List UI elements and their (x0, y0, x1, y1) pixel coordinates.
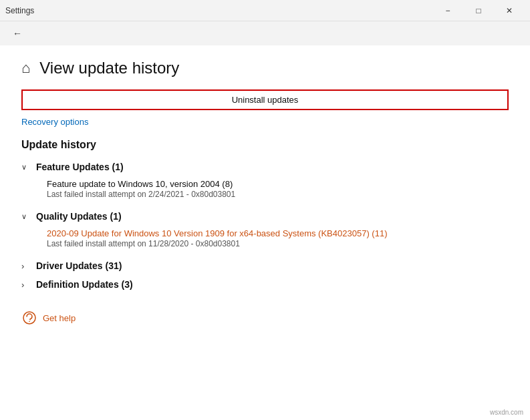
category-quality-updates-label: Quality Updates (1) (36, 211, 122, 222)
title-bar: Settings − □ ✕ (0, 0, 530, 21)
update-history-section: Update history ∨ Feature Updates (1) Fea… (21, 139, 509, 294)
watermark: wsxdn.com (490, 409, 523, 416)
category-definition-updates-label: Definition Updates (3) (36, 279, 133, 290)
chevron-driver-updates: › (21, 261, 32, 271)
recovery-options-link[interactable]: Recovery options (21, 117, 509, 127)
app-title: Settings (5, 6, 34, 15)
category-feature-updates-label: Feature Updates (1) (36, 162, 124, 172)
category-definition-updates[interactable]: › Definition Updates (3) (21, 275, 509, 294)
chevron-quality-updates: ∨ (21, 212, 32, 221)
main-content: ⌂ View update history Uninstall updates … (0, 45, 530, 420)
category-driver-updates-label: Driver Updates (31) (36, 260, 122, 271)
minimize-button[interactable]: − (432, 0, 463, 21)
chevron-definition-updates: › (21, 280, 32, 290)
quality-update-item-0-status: Last failed install attempt on 11/28/202… (47, 239, 509, 248)
title-bar-left: Settings (5, 6, 34, 15)
category-quality-updates[interactable]: ∨ Quality Updates (1) (21, 207, 509, 226)
nav-bar: ← (0, 21, 530, 45)
svg-point-1 (29, 321, 30, 323)
feature-update-item-0-title: Feature update to Windows 10, version 20… (47, 179, 509, 189)
feature-update-item-0: Feature update to Windows 10, version 20… (21, 176, 509, 202)
quality-update-item-0: 2020-09 Update for Windows 10 Version 19… (21, 226, 509, 251)
page-header: ⌂ View update history (21, 59, 509, 77)
get-help-row[interactable]: Get help (21, 310, 509, 326)
category-driver-updates[interactable]: › Driver Updates (31) (21, 256, 509, 275)
close-button[interactable]: ✕ (494, 0, 525, 21)
chevron-feature-updates: ∨ (21, 163, 32, 172)
update-history-title: Update history (21, 139, 509, 151)
get-help-label[interactable]: Get help (43, 313, 76, 323)
back-button[interactable]: ← (8, 24, 27, 43)
feature-update-item-0-status: Last failed install attempt on 2/24/2021… (47, 190, 509, 199)
uninstall-updates-button[interactable]: Uninstall updates (21, 89, 509, 110)
maximize-button[interactable]: □ (463, 0, 494, 21)
page-title: View update history (39, 59, 179, 77)
title-bar-controls: − □ ✕ (432, 0, 525, 21)
quality-update-item-0-title[interactable]: 2020-09 Update for Windows 10 Version 19… (47, 228, 509, 238)
get-help-icon (21, 310, 37, 326)
page-header-icon: ⌂ (21, 59, 30, 77)
category-feature-updates[interactable]: ∨ Feature Updates (1) (21, 158, 509, 176)
